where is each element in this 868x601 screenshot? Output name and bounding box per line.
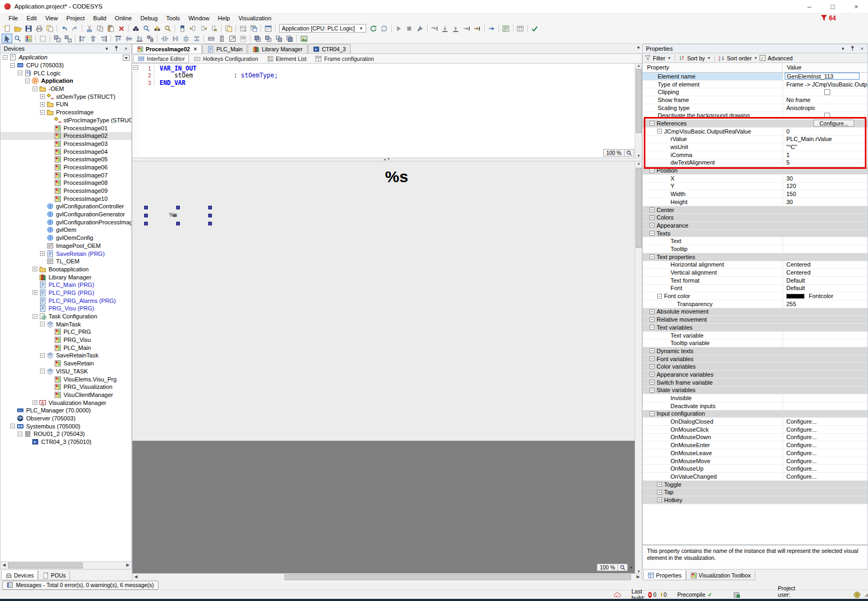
close-icon[interactable]: × bbox=[859, 46, 865, 51]
expand-icon[interactable]: + bbox=[657, 482, 662, 487]
property-row-y[interactable]: Y120 bbox=[643, 183, 867, 191]
element-colors-icon[interactable] bbox=[23, 34, 34, 43]
close-icon[interactable]: × bbox=[123, 46, 129, 51]
property-value[interactable]: 5 bbox=[786, 159, 790, 166]
copy-icon[interactable] bbox=[94, 24, 105, 33]
editor-vscrollbar[interactable]: ▲ ▼ bbox=[635, 64, 642, 158]
tree-item-saveretain-prg-[interactable]: +SaveRetain (PRG) bbox=[1, 249, 131, 257]
property-group-toggle[interactable]: +Toggle bbox=[643, 481, 867, 489]
property-group-center[interactable]: +Center bbox=[643, 206, 867, 214]
tree-item-maintask[interactable]: −MainTask bbox=[1, 320, 131, 328]
property-row-scaling-type[interactable]: Scaling typeAnisotropic bbox=[643, 104, 867, 112]
maximize-button[interactable]: □ bbox=[821, 0, 845, 13]
open-icon[interactable] bbox=[12, 24, 23, 33]
code-line[interactable]: 1VAR_IN_OUT bbox=[140, 65, 278, 72]
property-row-tooltip-variable[interactable]: Tooltip variable bbox=[643, 339, 867, 347]
collapse-icon[interactable]: − bbox=[650, 388, 654, 393]
property-row-height[interactable]: Height30 bbox=[643, 198, 867, 206]
order-forward-icon[interactable] bbox=[263, 34, 273, 43]
subtab-hotkeys-configuration[interactable]: Hotkeys Configuration bbox=[190, 54, 262, 63]
property-value[interactable]: 255 bbox=[786, 301, 796, 307]
expand-icon[interactable]: + bbox=[40, 94, 45, 99]
property-value[interactable]: Configure... bbox=[786, 458, 817, 464]
expand-icon[interactable]: + bbox=[33, 267, 37, 271]
copy-special-icon[interactable] bbox=[44, 24, 55, 33]
tree-item-visu-task[interactable]: −VISU_TASK bbox=[1, 368, 131, 376]
property-column-header[interactable]: Property bbox=[643, 63, 783, 72]
align-top-icon[interactable] bbox=[113, 34, 123, 43]
expand-icon[interactable]: + bbox=[650, 215, 654, 220]
align-center-icon[interactable] bbox=[88, 34, 98, 43]
property-group-references[interactable]: −ReferencesConfigure... bbox=[643, 120, 867, 128]
menu-visualization[interactable]: Visualization bbox=[234, 13, 276, 23]
size-w-icon[interactable] bbox=[206, 34, 216, 43]
bookmark-icon[interactable] bbox=[177, 24, 187, 33]
collapse-icon[interactable]: − bbox=[657, 129, 662, 134]
expand-icon[interactable]: + bbox=[650, 356, 654, 361]
configure-button[interactable]: Configure... bbox=[814, 120, 854, 127]
tree-item-bootapplication[interactable]: +Bootapplication bbox=[1, 266, 131, 274]
menu-online[interactable]: Online bbox=[111, 13, 136, 23]
collapse-icon[interactable]: − bbox=[650, 325, 654, 330]
align-right-icon[interactable] bbox=[98, 34, 109, 43]
sort-order-button[interactable]: Sort order bbox=[727, 55, 752, 61]
property-row-text-variable[interactable]: Text variable bbox=[643, 332, 867, 340]
doc-tab-processimage02[interactable]: ProcessImage02✕ bbox=[132, 44, 202, 53]
canvas-vscrollbar[interactable]: ▲ ▼ bbox=[635, 161, 642, 573]
property-group-font-variables[interactable]: +Font variables bbox=[643, 355, 867, 363]
bookmark-clear-icon[interactable] bbox=[209, 24, 219, 33]
tree-item-systembus-705000-[interactable]: −Systembus (705000) bbox=[1, 422, 131, 430]
expand-icon[interactable]: + bbox=[33, 400, 37, 405]
canvas-zoom-level[interactable]: 100 % bbox=[597, 564, 618, 571]
property-row-wsunit[interactable]: wsUnit"°C" bbox=[643, 143, 867, 151]
property-row-onmousemove[interactable]: OnMouseMoveConfigure... bbox=[643, 457, 867, 465]
tree-item-plc-prg-alarms-prg-[interactable]: PLC_PRG_Alarms (PRG) bbox=[1, 296, 131, 305]
property-group-dynamic-texts[interactable]: +Dynamic texts bbox=[643, 347, 867, 355]
property-value[interactable]: Frame -> JCmpVisuBasic.OutputRe... bbox=[786, 81, 867, 88]
subtab-element-list[interactable]: Element List bbox=[263, 54, 311, 63]
property-group-appearance[interactable]: +Appearance bbox=[643, 222, 867, 230]
selection-handle[interactable] bbox=[144, 222, 148, 225]
property-group-text-variables[interactable]: −Text variables bbox=[643, 324, 867, 332]
order-backward-icon[interactable] bbox=[273, 34, 284, 43]
property-row-clipping[interactable]: Clipping bbox=[643, 88, 867, 96]
devices-hscrollbar[interactable]: ◀ ▶ bbox=[0, 562, 132, 569]
subtab-frame-configuration[interactable]: Frame configuration bbox=[311, 54, 377, 63]
splitter-arrows-icon[interactable]: ▲▼ bbox=[383, 158, 391, 161]
tree-item-saveretain[interactable]: SaveRetain bbox=[1, 360, 131, 368]
collapse-icon[interactable]: − bbox=[3, 55, 7, 60]
property-value[interactable]: Configure... bbox=[786, 434, 817, 440]
property-row-onmousedown[interactable]: OnMouseDownConfigure... bbox=[643, 434, 867, 442]
checkbox[interactable] bbox=[824, 113, 830, 119]
print-icon[interactable] bbox=[34, 24, 44, 33]
pin-icon[interactable] bbox=[849, 45, 856, 52]
tree-item-visuclientmanager[interactable]: VisuClientManager bbox=[1, 391, 131, 399]
collapse-icon[interactable]: − bbox=[18, 432, 22, 436]
close-tab-icon[interactable]: ✕ bbox=[193, 46, 198, 52]
step-into-icon[interactable] bbox=[440, 24, 451, 33]
scroll-thumb[interactable] bbox=[8, 563, 83, 568]
size-h-icon[interactable] bbox=[216, 34, 227, 43]
menu-file[interactable]: File bbox=[4, 13, 22, 23]
property-value[interactable]: Configure... bbox=[786, 426, 817, 433]
logout-icon[interactable] bbox=[379, 24, 390, 33]
property-row-dwtextalignment[interactable]: dwTextAlignment5 bbox=[643, 159, 867, 167]
calendar-icon[interactable] bbox=[263, 24, 273, 33]
tree-item-processimage04[interactable]: ProcessImage04 bbox=[1, 147, 131, 155]
color-swatch[interactable] bbox=[786, 294, 804, 299]
arrange-icon[interactable] bbox=[145, 34, 155, 43]
tab-devices[interactable]: Devices bbox=[1, 571, 38, 580]
tree-item-processimage07[interactable]: ProcessImage07 bbox=[1, 171, 131, 179]
tree-item-observer-705003-[interactable]: Observer (705003) bbox=[1, 415, 131, 423]
scroll-left-icon[interactable]: ◀ bbox=[1, 562, 7, 568]
magnifier-icon[interactable] bbox=[625, 149, 634, 157]
group-icon[interactable] bbox=[52, 34, 62, 43]
property-group-switch-frame-variable[interactable]: +Switch frame variable bbox=[643, 379, 867, 387]
property-group-relative-movement[interactable]: +Relative movement bbox=[643, 316, 867, 324]
paste-icon[interactable] bbox=[105, 24, 116, 33]
collapse-icon[interactable]: − bbox=[657, 294, 662, 299]
property-row-deactivate-the-background-drawing[interactable]: Deactivate the background drawing bbox=[643, 112, 867, 120]
property-group-colors[interactable]: +Colors bbox=[643, 214, 867, 222]
property-value[interactable]: Default bbox=[786, 277, 805, 284]
collapse-icon[interactable]: − bbox=[10, 424, 15, 428]
